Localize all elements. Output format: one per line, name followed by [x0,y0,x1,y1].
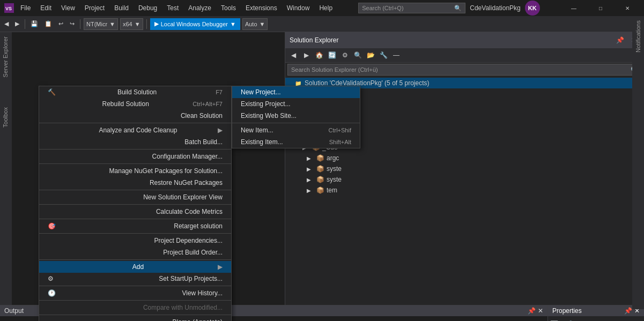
se-item-tem[interactable]: ▶ 📦 tem [285,185,644,196]
sub-existing-item[interactable]: Existing Item... Shift+Alt [232,136,360,148]
se-back-btn[interactable]: ◀ [287,49,299,61]
close-button[interactable]: ✕ [615,0,640,16]
forward-button[interactable]: ▶ [13,18,21,30]
se-item-syste2[interactable]: ▶ 📦 syste [285,174,644,185]
cm-sep-6 [39,219,231,219]
cm-restore-nuget[interactable]: Restore NuGet Packages [39,177,231,189]
se-expand-btn[interactable]: 🔧 [377,49,389,61]
user-avatar[interactable]: KK [525,1,540,16]
sub-new-item[interactable]: New Item... Ctrl+Shif [232,124,360,136]
run-config-dropdown[interactable]: Auto ▼ [242,18,268,30]
menu-help[interactable]: Help [315,3,337,13]
global-search-box[interactable]: Search (Ctrl+Q) 🔍 [358,3,465,13]
cm-build-solution[interactable]: 🔨 Build Solution F7 [39,86,231,98]
cm-view-history[interactable]: 🕐 View History... [39,287,231,299]
se-item-argc-icon: ▶ [305,154,313,162]
run-button[interactable]: ▶ Local Windows Debugger ▼ [150,18,240,30]
menu-analyze[interactable]: Analyze [184,3,216,13]
app-title: CdeValidationPkg [470,4,521,12]
se-refresh-btn[interactable]: 🔄 [326,49,338,61]
menu-view[interactable]: View [57,3,79,13]
cm-pbo-label: Project Build Order... [163,249,223,256]
cm-pdeps-label: Project Dependencies... [154,237,223,244]
sub-ni-label: New Item... [241,126,273,134]
se-item-tem-label: tem [327,186,337,194]
back-button[interactable]: ◀ [2,18,11,30]
notifications-tab[interactable]: Notifications [633,16,643,57]
run-dropdown-arrow: ▼ [230,21,236,27]
se-item-argc[interactable]: ▶ 📦 argc [285,153,644,163]
cm-sep-10 [39,300,231,301]
cm-blame[interactable]: Blame (Annotate) [39,316,231,321]
cm-clean-solution[interactable]: Clean Solution [39,110,231,122]
menu-tools[interactable]: Tools [217,3,240,13]
cm-startup-label: Set StartUp Projects... [159,275,223,282]
se-filter-btn[interactable]: 🔍 [352,49,364,61]
output-close-btn[interactable]: ✕ [538,307,543,315]
minimize-button[interactable]: — [561,0,586,16]
run-label: Local Windows Debugger [161,21,228,27]
cm-project-build-order[interactable]: Project Build Order... [39,247,231,258]
cm-manage-nuget[interactable]: Manage NuGet Packages for Solution... [39,165,231,177]
cm-config-manager[interactable]: Configuration Manager... [39,151,231,162]
toolbar-icon-4[interactable]: ↪ [68,18,77,30]
cm-sep-9 [39,286,231,286]
menu-test[interactable]: Test [162,3,183,13]
menu-extensions[interactable]: Extensions [241,3,282,13]
svg-text:VS: VS [5,6,12,11]
menu-edit[interactable]: Edit [36,3,56,13]
cm-analyze-label: Analyze and Code Cleanup [99,126,177,134]
cm-history-icon: 🕐 [48,289,58,297]
sub-ei-shortcut: Shift+Alt [329,139,351,145]
toolbar-icon-2[interactable]: 📋 [42,18,54,30]
menu-window[interactable]: Window [283,3,314,13]
sub-new-project[interactable]: New Project... [232,86,360,98]
cm-startup-icon: ⚙ [48,275,58,282]
se-title: Solution Explorer [290,36,338,44]
cm-analyze-arrow: ▶ [218,126,223,134]
sub-existing-web-site[interactable]: Existing Web Site... [232,110,360,122]
sub-existing-project[interactable]: Existing Project... [232,98,360,110]
props-content: 📊 ⚙ 🔧 Active con (Name) [548,316,644,321]
menu-file[interactable]: File [16,3,35,13]
platform-dropdown[interactable]: x64 ▼ [120,18,143,30]
cm-calc-metrics[interactable]: Calculate Code Metrics [39,206,231,218]
se-item-tem-icon: ▶ [305,186,313,195]
se-collapse-btn[interactable]: 📂 [365,49,376,61]
menu-debug[interactable]: Debug [134,3,161,13]
se-titlebar: Solution Explorer 📌 ✕ [285,32,644,48]
sub-sep-1 [232,123,360,123]
cm-compare-unmod[interactable]: Compare with Unmodified... [39,302,231,313]
se-home-btn[interactable]: 🏠 [313,49,325,61]
se-settings-btn[interactable]: ⚙ [339,49,351,61]
props-pin-btn[interactable]: 📌 [624,307,632,315]
server-explorer-tab[interactable]: Server Explorer [0,32,12,81]
config-dropdown[interactable]: NT(Micr ▼ [84,18,118,30]
toolbar-sep-2 [80,19,80,29]
se-item-syste1[interactable]: ▶ 📦 syste [285,163,644,174]
se-pin-button[interactable]: 📌 [614,34,626,46]
props-titlebar: Properties 📌 ✕ [548,305,644,316]
menu-project[interactable]: Project [80,3,109,13]
cm-manage-label: Manage NuGet Packages for Solution... [109,167,223,175]
cm-analyze-cleanup[interactable]: Analyze and Code Cleanup ▶ [39,124,231,136]
menu-build[interactable]: Build [110,3,133,13]
output-title: Output [4,307,24,315]
maximize-button[interactable]: □ [588,0,613,16]
se-search-input[interactable]: Search Solution Explorer (Ctrl+ü) 🔍 [287,64,642,76]
cm-project-deps[interactable]: Project Dependencies... [39,235,231,247]
cm-add[interactable]: Add ▶ [39,261,231,273]
cm-new-se-view[interactable]: New Solution Explorer View [39,191,231,203]
se-dash-btn[interactable]: — [390,49,402,61]
cm-build-shortcut: F7 [216,89,223,95]
output-pin-btn[interactable]: 📌 [528,307,536,315]
toolbar-icon-3[interactable]: ↩ [56,18,65,30]
cm-set-startup[interactable]: ⚙ Set StartUp Projects... [39,273,231,285]
cm-rebuild-solution[interactable]: Rebuild Solution Ctrl+Alt+F7 [39,98,231,110]
toolbox-tab[interactable]: Toolbox [0,103,12,132]
cm-retarget[interactable]: 🎯 Retarget solution [39,220,231,232]
toolbar-icon-1[interactable]: 💾 [28,18,40,30]
cm-batch-build[interactable]: Batch Build... [39,136,231,148]
se-forward-btn[interactable]: ▶ [300,49,312,61]
sub-np-label: New Project... [241,88,281,96]
